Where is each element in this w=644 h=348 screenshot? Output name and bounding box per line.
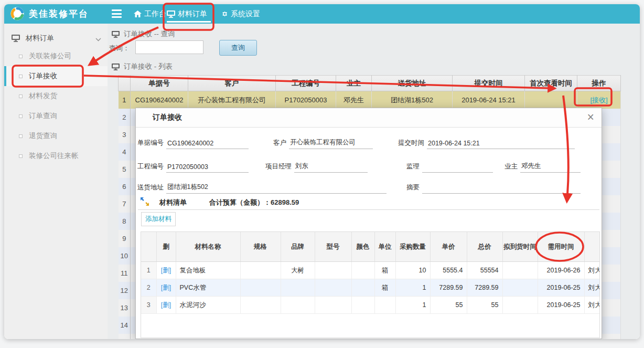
- field-value[interactable]: 2019-06-24 15:21: [427, 140, 575, 149]
- material-cell: 水泥河沙: [176, 297, 240, 314]
- budget-total: 合计预算（金额）：62898.59: [209, 198, 299, 207]
- list-column-header[interactable]: [119, 76, 131, 91]
- query-input[interactable]: [135, 40, 203, 54]
- form-field: 单据编号CG1906240002: [137, 138, 249, 149]
- field-value[interactable]: 开心装饰工程有限公司: [289, 138, 373, 149]
- app-window: 美佳装修平台 工作台 材料订单 系统设置: [4, 4, 640, 339]
- sidebar: 材料订单 关联装修公司订单接收材料发货订单查询退货查询装修公司往来帐: [4, 24, 108, 339]
- material-cell: 55: [430, 297, 467, 314]
- monitor-icon: [112, 64, 120, 70]
- bullet-icon: [19, 94, 23, 98]
- delete-cell: [删]: [156, 297, 176, 314]
- list-cell: [525, 91, 577, 109]
- sidebar-item-label: 订单查询: [29, 111, 57, 121]
- query-label: 查询：: [109, 44, 130, 53]
- material-cell: [374, 297, 395, 314]
- field-value[interactable]: CG1906240002: [166, 140, 249, 149]
- list-cell: P1702050003: [276, 91, 336, 109]
- field-label: 业主: [505, 162, 520, 173]
- list-column-header[interactable]: 提交时间: [453, 76, 525, 91]
- menu-toggle-icon[interactable]: [112, 9, 122, 18]
- delete-link[interactable]: [删]: [161, 301, 171, 309]
- sidebar-item[interactable]: 装修公司往来帐: [4, 146, 108, 166]
- list-cell: CG1906240002: [131, 91, 188, 109]
- brand-title: 美佳装修平台: [29, 8, 89, 20]
- sidebar-item[interactable]: 关联装修公司: [4, 46, 108, 66]
- chevron-down-icon: [95, 35, 101, 43]
- material-column-header: 颜色: [351, 232, 374, 262]
- material-cell: [502, 297, 538, 314]
- material-cell: 7289.59: [430, 279, 467, 297]
- field-label: 工程编号: [137, 162, 166, 173]
- field-label: 送货地址: [137, 183, 166, 194]
- action-cell: [接收]: [577, 91, 621, 109]
- list-column-header[interactable]: 业主: [336, 76, 372, 91]
- sidebar-item[interactable]: 订单查询: [4, 106, 108, 126]
- field-label: 提交时间: [398, 139, 427, 149]
- brand: 美佳装修平台: [10, 7, 89, 20]
- material-column-header: [141, 232, 156, 262]
- list-column-header[interactable]: 送货地址: [372, 76, 453, 91]
- material-row: 1[删]复合地板大树箱105555.4555542019-06-26刘大: [141, 262, 599, 279]
- field-value[interactable]: P1702050003: [166, 163, 249, 173]
- field-label: 单据编号: [137, 139, 166, 149]
- list-column-header[interactable]: 工程编号: [276, 76, 336, 91]
- field-value[interactable]: [422, 171, 493, 173]
- material-cell: [315, 262, 351, 279]
- row-number: 15: [119, 334, 131, 339]
- row-number: 13: [119, 299, 131, 317]
- sidebar-item[interactable]: 订单接收: [4, 66, 108, 86]
- sidebar-item[interactable]: 退货查询: [4, 126, 108, 146]
- sidebar-item-label: 材料发货: [29, 91, 57, 101]
- material-cell: 2019-06-25: [538, 279, 584, 297]
- row-number: 1: [141, 262, 156, 279]
- nav-item-system-settings[interactable]: 系统设置: [220, 4, 260, 24]
- material-cell: [240, 262, 281, 279]
- section-title-text: 订单接收 -- 查询: [124, 29, 175, 39]
- sidebar-group-material-orders[interactable]: 材料订单: [4, 30, 108, 46]
- list-column-header[interactable]: 操作: [577, 76, 621, 91]
- query-button[interactable]: 查询: [219, 40, 257, 56]
- delete-link[interactable]: [删]: [161, 284, 171, 291]
- nav-item-label: 工作台: [144, 9, 166, 19]
- row-number: 2: [119, 109, 131, 126]
- nav-item-workbench[interactable]: 工作台: [134, 4, 166, 24]
- form-field: 送货地址团结湖1栋502: [137, 182, 387, 194]
- resize-arrows-icon: [140, 197, 149, 208]
- field-label: 项目经理: [265, 162, 294, 173]
- bullet-icon: [19, 114, 23, 118]
- material-cell: 刘大: [584, 297, 599, 314]
- material-column-header: [584, 232, 599, 262]
- list-column-header[interactable]: 首次查看时间: [525, 76, 577, 91]
- accept-link[interactable]: [接收]: [590, 96, 607, 104]
- field-value[interactable]: 刘东: [294, 162, 368, 173]
- material-column-header: 删: [156, 232, 176, 262]
- material-cell: [502, 262, 538, 279]
- list-column-header[interactable]: 单据号: [131, 76, 188, 91]
- sidebar-item-label: 装修公司往来帐: [29, 151, 79, 161]
- bullet-icon: [19, 154, 23, 158]
- section-title-query: 订单接收 -- 查询: [112, 29, 175, 39]
- field-value[interactable]: 邓先生: [520, 162, 581, 173]
- material-cell: [351, 297, 374, 314]
- field-label: 监理: [406, 162, 422, 173]
- sidebar-item[interactable]: 材料发货: [4, 86, 108, 106]
- list-cell: 开心装饰工程有限公司: [188, 91, 276, 109]
- material-list-section-header: 材料清单 合计预算（金额）：62898.59: [136, 196, 602, 209]
- close-icon[interactable]: ×: [585, 110, 596, 124]
- row-number: 2: [141, 279, 156, 297]
- material-cell: 箱: [374, 279, 395, 297]
- row-number: 12: [119, 282, 131, 299]
- table-row[interactable]: 1CG1906240002开心装饰工程有限公司P1702050003邓先生团结湖…: [119, 91, 621, 109]
- add-material-button[interactable]: 添加材料: [141, 212, 176, 226]
- section-title-list: 订单接收 - 列表: [112, 62, 173, 71]
- material-cell: 5555.4: [430, 262, 467, 279]
- field-value[interactable]: 团结湖1栋502: [166, 183, 387, 194]
- field-value[interactable]: [422, 192, 581, 194]
- delete-link[interactable]: [删]: [161, 267, 171, 274]
- material-column-header: 需用时间: [538, 232, 584, 262]
- delete-cell: [删]: [156, 279, 176, 297]
- list-column-header[interactable]: 客户: [188, 76, 276, 91]
- row-number: 4: [119, 143, 131, 161]
- material-column-header: 采购数量: [395, 232, 430, 262]
